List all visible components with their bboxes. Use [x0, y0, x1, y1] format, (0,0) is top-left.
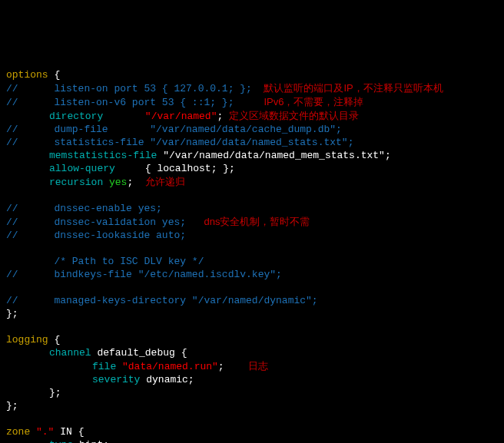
comment: // statistics-file "/var/named/data/name…: [6, 137, 353, 148]
code-line: };: [6, 400, 18, 412]
code-line: // bindkeys-file "/etc/named.iscdlv.key"…: [6, 269, 282, 280]
code-block: options { // listen-on port 53 { 127.0.0…: [6, 55, 504, 443]
blank-line: [6, 190, 12, 201]
code-line: zone "." IN {: [6, 426, 84, 438]
text: IN {: [54, 426, 84, 438]
annotation: 允许递归: [145, 176, 185, 187]
blank-line: [6, 413, 12, 425]
code-line: // dnssec-lookaside auto;: [6, 230, 186, 241]
directive: type: [49, 439, 73, 443]
code-line: // dnssec-validation yes; dns安全机制，暂时不需: [6, 217, 310, 228]
annotation: 默认监听的端口及IP，不注释只监听本机: [264, 82, 443, 94]
directive: channel: [49, 347, 91, 359]
code-line: channel default_debug {: [6, 347, 187, 359]
semi: ;: [217, 111, 223, 122]
code-line: options {: [6, 69, 60, 81]
directive: memstatistics-file: [49, 150, 157, 161]
code-line: // listen-on-v6 port 53 { ::1; }; IPv6，不…: [6, 97, 363, 108]
code-line: // statistics-file "/var/named/data/name…: [6, 137, 353, 148]
code-line: directory "/var/named"; 定义区域数据文件的默认目录: [6, 111, 359, 122]
text: dynamic;: [140, 374, 194, 385]
directive: recursion: [49, 177, 103, 188]
directive: directory: [49, 111, 103, 122]
text: hint;: [73, 439, 109, 443]
code-line: allow-query { localhost; };: [6, 163, 235, 174]
annotation: 定义区域数据文件的默认目录: [229, 110, 359, 121]
text: { localhost; };: [115, 163, 235, 174]
string: "data/named.run": [116, 361, 218, 372]
semi: ;: [218, 361, 224, 372]
keyword-logging: logging: [6, 334, 48, 345]
code-line: logging {: [6, 334, 60, 345]
keyword-zone: zone: [6, 426, 30, 438]
directive: file: [92, 361, 116, 372]
blank-line: [6, 282, 12, 293]
code-line: file "data/named.run"; 日志: [6, 361, 268, 372]
string: "/var/named/data/named_mem_stats.txt": [163, 150, 385, 161]
comment: // listen-on-v6 port 53 { ::1; };: [6, 97, 234, 108]
code-line: type hint;: [6, 439, 109, 443]
comment: // bindkeys-file "/etc/named.iscdlv.key"…: [6, 269, 282, 280]
string: "/var/named": [145, 111, 217, 122]
blank-line: [6, 243, 12, 254]
brace: };: [6, 308, 18, 319]
code-line: // dump-file "/var/named/data/cache_dump…: [6, 124, 342, 135]
code-line: severity dynamic;: [6, 374, 194, 385]
code-line: };: [6, 308, 18, 319]
annotation: dns安全机制，暂时不需: [204, 216, 310, 227]
annotation: 日志: [248, 360, 268, 372]
value: yes: [103, 177, 127, 188]
code-line: // listen-on port 53 { 127.0.0.1; }; 默认监…: [6, 83, 443, 94]
brace: };: [49, 387, 61, 398]
string: ".": [30, 426, 54, 438]
brace: {: [48, 334, 61, 345]
brace: {: [48, 69, 61, 81]
text: default_debug {: [91, 347, 187, 359]
semi: ;: [385, 150, 391, 161]
comment: // dump-file "/var/named/data/cache_dump…: [6, 124, 342, 135]
directive: allow-query: [49, 163, 115, 174]
brace: };: [6, 400, 18, 412]
code-line: // dnssec-enable yes;: [6, 203, 162, 214]
comment: // managed-keys-directory "/var/named/dy…: [6, 295, 318, 306]
code-line: /* Path to ISC DLV key */: [6, 256, 204, 267]
directive: severity: [92, 374, 140, 385]
code-line: memstatistics-file "/var/named/data/name…: [6, 150, 391, 161]
comment: // dnssec-enable yes;: [6, 203, 162, 214]
code-line: };: [6, 387, 61, 398]
comment: // dnssec-validation yes;: [6, 217, 186, 228]
keyword-options: options: [6, 69, 48, 81]
blank-line: [6, 321, 12, 332]
code-line: // managed-keys-directory "/var/named/dy…: [6, 295, 318, 306]
code-line: recursion yes; 允许递归: [6, 177, 185, 188]
comment: // listen-on port 53 { 127.0.0.1; };: [6, 83, 252, 94]
annotation: IPv6，不需要，注释掉: [264, 96, 363, 107]
comment: /* Path to ISC DLV key */: [6, 256, 204, 267]
comment: // dnssec-lookaside auto;: [6, 230, 186, 241]
semi: ;: [127, 177, 133, 188]
